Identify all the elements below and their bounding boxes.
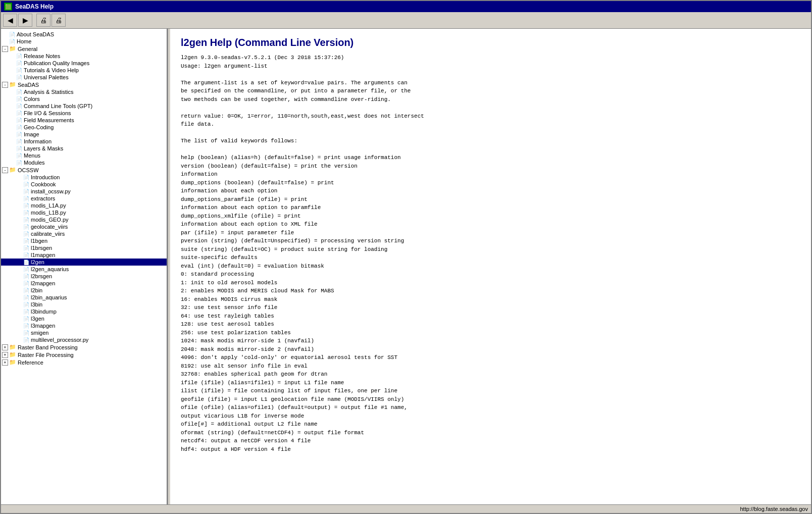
sidebar-item-layers-masks[interactable]: 📄Layers & Masks bbox=[1, 145, 167, 152]
expand-icon: - bbox=[2, 46, 8, 52]
page-icon: 📄 bbox=[16, 118, 22, 123]
sidebar-item-reference[interactable]: +📁Reference bbox=[1, 358, 167, 366]
sidebar-item-label: Raster Band Processing bbox=[18, 344, 78, 350]
sidebar-item-general[interactable]: -📁General bbox=[1, 45, 167, 53]
sidebar-item-command-line[interactable]: 📄Command Line Tools (GPT) bbox=[1, 102, 167, 110]
page-icon: 📄 bbox=[23, 175, 29, 180]
content-line: The list of valid keywords follows: bbox=[181, 137, 801, 145]
content-line: hdf4: output a HDF version 4 file bbox=[181, 445, 801, 454]
page-icon: 📄 bbox=[16, 89, 22, 95]
status-url: http://blog.faste.seadas.gov bbox=[740, 506, 808, 512]
expand-icon: - bbox=[2, 167, 8, 173]
page-icon: 📄 bbox=[23, 330, 29, 336]
sidebar-item-install-ocssw[interactable]: 📄install_ocssw.py bbox=[1, 188, 167, 195]
sidebar-item-geo-coding[interactable]: 📄Geo-Coding bbox=[1, 124, 167, 131]
sidebar-item-seadas[interactable]: -📁SeaDAS bbox=[1, 81, 167, 88]
sidebar-item-label: extractors bbox=[31, 195, 55, 201]
sidebar-item-modules[interactable]: 📄Modules bbox=[1, 159, 167, 166]
sidebar-item-label: About SeaDAS bbox=[17, 31, 54, 37]
sidebar-item-pub-quality[interactable]: 📄Publication Quality Images bbox=[1, 60, 167, 67]
sidebar-item-label: File I/O & Sessions bbox=[24, 110, 71, 116]
sidebar-item-l1mapgen[interactable]: 📄l1mapgen bbox=[1, 251, 167, 259]
sidebar-item-modis-l1a[interactable]: 📄modis_L1A.py bbox=[1, 202, 167, 209]
sidebar-item-label: l2gen bbox=[31, 259, 44, 265]
folder-icon: 📁 bbox=[9, 45, 16, 52]
sidebar-item-cookbook[interactable]: 📄Cookbook bbox=[1, 181, 167, 188]
content-line: par (ifile) = input parameter file bbox=[181, 229, 801, 237]
content-line: 2048: mask modis mirror-side 2 (navfail) bbox=[181, 345, 801, 354]
sidebar-item-about[interactable]: 📄About SeaDAS bbox=[1, 31, 167, 38]
content-line: netcdf4: output a netCDF version 4 file bbox=[181, 437, 801, 445]
sidebar-item-l1bgen[interactable]: 📄l1bgen bbox=[1, 237, 167, 244]
sidebar-item-calibrate-viirs[interactable]: 📄calibrate_viirs bbox=[1, 230, 167, 237]
sidebar-item-information[interactable]: 📄Information bbox=[1, 138, 167, 145]
sidebar-item-analysis[interactable]: 📄Analysis & Statistics bbox=[1, 88, 167, 95]
sidebar-item-universal-palettes[interactable]: 📄Universal Palettes bbox=[1, 74, 167, 81]
sidebar-item-l2gen-aquarius[interactable]: 📄l2gen_aquarius bbox=[1, 266, 167, 273]
forward-button[interactable]: ▶ bbox=[18, 14, 32, 27]
sidebar-item-geolocate-viirs[interactable]: 📄geolocate_viirs bbox=[1, 223, 167, 230]
sidebar-item-ocssw[interactable]: -📁OCSSW bbox=[1, 166, 167, 174]
page-icon: 📄 bbox=[23, 238, 29, 244]
sidebar-item-image[interactable]: 📄Image bbox=[1, 131, 167, 138]
sidebar-item-label: calibrate_viirs bbox=[31, 231, 65, 237]
sidebar-item-extractors[interactable]: 📄extractors bbox=[1, 195, 167, 202]
sidebar-item-file-io[interactable]: 📄File I/O & Sessions bbox=[1, 110, 167, 117]
page-icon: 📄 bbox=[16, 75, 22, 80]
sidebar-item-l2mapgen[interactable]: 📄l2mapgen bbox=[1, 280, 167, 287]
sidebar-item-release-notes[interactable]: 📄Release Notes bbox=[1, 53, 167, 60]
sidebar-item-label: Release Notes bbox=[24, 53, 60, 59]
sidebar-item-label: Menus bbox=[24, 152, 40, 159]
page-icon: 📄 bbox=[23, 316, 29, 322]
sidebar-item-tutorials[interactable]: 📄Tutorials & Video Help bbox=[1, 67, 167, 74]
content-line: 32: use test sensor info file bbox=[181, 303, 801, 312]
sidebar-item-label: Field Measurements bbox=[24, 117, 74, 123]
sidebar-item-label: Publication Quality Images bbox=[24, 60, 89, 66]
content-line: 1: init to old aerosol models bbox=[181, 279, 801, 287]
content-line: information bbox=[181, 170, 801, 179]
sidebar-item-home[interactable]: 📄Home bbox=[1, 38, 167, 45]
content-line: information about each option bbox=[181, 187, 801, 195]
page-icon: 📄 bbox=[23, 210, 29, 216]
sidebar-item-l3gen[interactable]: 📄l3gen bbox=[1, 315, 167, 322]
sidebar-item-l2bin-aquarius[interactable]: 📄l2bin_aquarius bbox=[1, 294, 167, 301]
page-icon: 📄 bbox=[23, 309, 29, 315]
sidebar-item-label: Introduction bbox=[31, 174, 60, 180]
sidebar-item-modis-geo[interactable]: 📄modis_GEO.py bbox=[1, 216, 167, 223]
content-line: information about each option to paramfi… bbox=[181, 203, 801, 212]
page-icon: 📄 bbox=[16, 160, 22, 166]
sidebar-item-menus[interactable]: 📄Menus bbox=[1, 152, 167, 159]
content-line: pversion (string) (default=Unspecified) … bbox=[181, 237, 801, 245]
expand-icon: + bbox=[2, 344, 8, 350]
sidebar-item-modis-l1b[interactable]: 📄modis_L1B.py bbox=[1, 209, 167, 216]
content-line: 4096: don't apply 'cold-only' or equator… bbox=[181, 353, 801, 362]
back-button[interactable]: ◀ bbox=[3, 14, 17, 27]
content-line: dump_options_xmlfile (ofile) = print bbox=[181, 212, 801, 221]
page-icon: 📄 bbox=[16, 54, 22, 59]
sidebar-item-raster-file[interactable]: +📁Raster File Processing bbox=[1, 351, 167, 358]
sidebar-item-l2brsgen[interactable]: 📄l2brsgen bbox=[1, 273, 167, 280]
sidebar-item-field-measurements[interactable]: 📄Field Measurements bbox=[1, 117, 167, 124]
sidebar-item-introduction[interactable]: 📄Introduction bbox=[1, 174, 167, 181]
print2-button[interactable]: 🖨 bbox=[52, 14, 66, 27]
content-line: suite (string) (default=OC) = product su… bbox=[181, 245, 801, 254]
sidebar-item-l2gen[interactable]: 📄l2gen bbox=[1, 259, 167, 266]
sidebar-item-raster-band[interactable]: +📁Raster Band Processing bbox=[1, 343, 167, 351]
sidebar-item-l3mapgen[interactable]: 📄l3mapgen bbox=[1, 322, 167, 329]
sidebar-item-multilevel[interactable]: 📄multilevel_processor.py bbox=[1, 336, 167, 343]
sidebar-item-l1brsgen[interactable]: 📄l1brsgen bbox=[1, 244, 167, 251]
page-icon: 📄 bbox=[23, 274, 29, 279]
sidebar-item-l3bin[interactable]: 📄l3bin bbox=[1, 301, 167, 308]
content-line: eval (int) (default=0) = evaluation bitm… bbox=[181, 262, 801, 271]
sidebar-item-smigen[interactable]: 📄smigen bbox=[1, 329, 167, 336]
sidebar-item-l3bindump[interactable]: 📄l3bindump bbox=[1, 308, 167, 315]
sidebar-item-colors[interactable]: 📄Colors bbox=[1, 95, 167, 102]
sidebar-item-label: l3bindump bbox=[31, 309, 57, 315]
page-icon: 📄 bbox=[16, 96, 22, 102]
sidebar-item-l2bin[interactable]: 📄l2bin bbox=[1, 287, 167, 294]
sidebar-item-label: Reference bbox=[18, 359, 43, 366]
sidebar-item-label: SeaDAS bbox=[18, 82, 39, 88]
print-button[interactable]: 🖨 bbox=[36, 14, 50, 27]
page-icon: 📄 bbox=[23, 302, 29, 307]
title-bar: 🟩 SeaDAS Help bbox=[1, 1, 811, 12]
